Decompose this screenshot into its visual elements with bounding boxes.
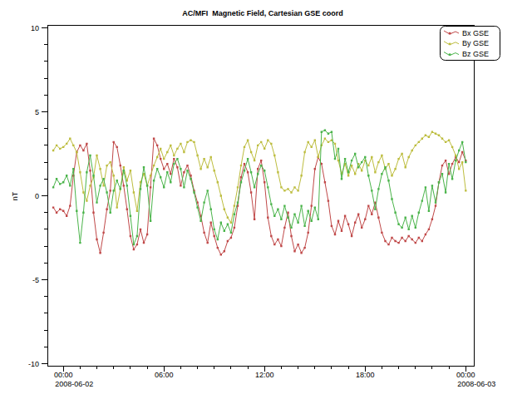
y-tick-label: 10 bbox=[31, 24, 39, 32]
chart-title: AC/MFI Magnetic Field, Cartesian GSE coo… bbox=[182, 9, 343, 17]
legend-marker bbox=[449, 43, 451, 46]
legend-marker bbox=[449, 32, 451, 35]
bx-gse-markers bbox=[52, 138, 467, 256]
y-axis: 1050-5-10 bbox=[28, 24, 47, 368]
y-tick-label: -5 bbox=[32, 276, 39, 284]
x-date-label: 2008-06-03 bbox=[457, 380, 495, 388]
legend-marker bbox=[449, 53, 451, 56]
legend: Bx GSEBy GSEBz GSE bbox=[441, 27, 500, 61]
x-tick-label: 00:00 bbox=[456, 371, 475, 379]
legend-label: Bx GSE bbox=[462, 29, 489, 37]
x-tick-label: 00:00 bbox=[54, 371, 73, 379]
legend-label: Bz GSE bbox=[462, 50, 489, 58]
magnetic-field-chart: AC/MFI Magnetic Field, Cartesian GSE coo… bbox=[0, 0, 532, 399]
y-tick-label: 0 bbox=[35, 192, 39, 200]
bz-gse-line bbox=[53, 131, 466, 244]
chart-page: AC/MFI Magnetic Field, Cartesian GSE coo… bbox=[0, 0, 532, 399]
y-tick-label: 5 bbox=[35, 108, 39, 116]
x-tick-label: 18:00 bbox=[356, 371, 375, 379]
bx-gse-line bbox=[53, 139, 466, 254]
legend-label: By GSE bbox=[462, 39, 489, 47]
x-date-label: 2008-06-02 bbox=[55, 380, 93, 388]
by-gse-markers bbox=[52, 131, 467, 224]
by-gse-line bbox=[53, 132, 466, 223]
y-axis-label: nT bbox=[11, 191, 19, 200]
plot-frame bbox=[47, 25, 474, 366]
data-series bbox=[52, 130, 467, 256]
x-tick-label: 12:00 bbox=[255, 371, 274, 379]
y-tick-label: -10 bbox=[28, 360, 39, 368]
x-axis: 00:002008-06-0206:0012:0018:0000:002008-… bbox=[54, 366, 495, 388]
x-tick-label: 06:00 bbox=[155, 371, 174, 379]
